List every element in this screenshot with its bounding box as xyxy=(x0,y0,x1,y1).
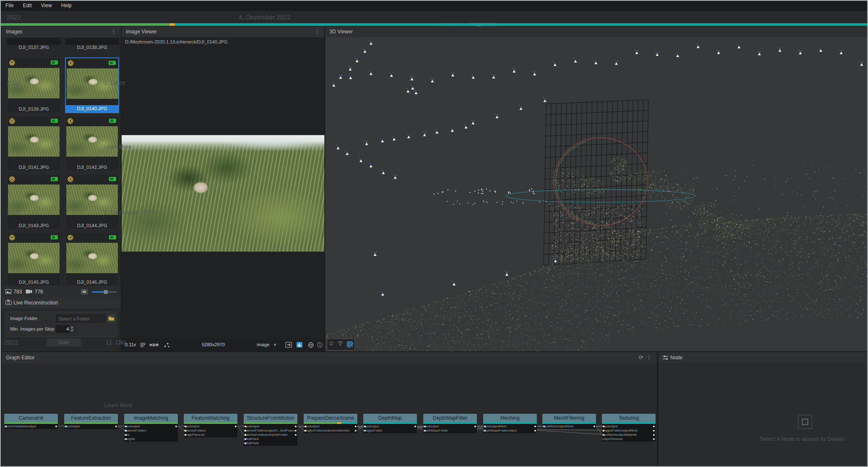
min-images-stepper[interactable]: 4 ▲ ▼ xyxy=(56,325,75,333)
input-connector[interactable] xyxy=(484,426,486,427)
input-connector[interactable] xyxy=(364,430,366,432)
output-connector[interactable] xyxy=(534,430,536,432)
histogram-icon[interactable] xyxy=(297,342,302,348)
output-connector[interactable] xyxy=(653,426,655,427)
output-connector[interactable] xyxy=(534,426,536,427)
refresh-icon[interactable]: ⟳ xyxy=(639,354,643,361)
graph-node-FeatureMatching[interactable]: FeatureMatchinginputoutputfeaturesFolder… xyxy=(184,414,237,437)
output-connector[interactable] xyxy=(653,430,655,432)
output-connector[interactable] xyxy=(593,426,595,427)
thumbnail-partial[interactable] xyxy=(65,38,119,45)
thumbnail-DJI_0144.JPG[interactable]: DJI_0144.JPG xyxy=(65,174,119,230)
output-connector[interactable] xyxy=(295,434,297,436)
spin-up-icon[interactable]: ▲ xyxy=(70,326,74,329)
hdr-toggle[interactable]: HDR xyxy=(150,343,159,347)
output-connector[interactable] xyxy=(653,438,655,440)
graph-node-StructureFromMotion[interactable]: StructureFromMotioninputoutputfeaturesFo… xyxy=(244,414,297,446)
input-connector[interactable] xyxy=(245,426,246,427)
thumbnail-size-slider[interactable] xyxy=(92,291,117,293)
thumbnail-DJI_0140.JPG[interactable]: DJI_0140.JPG xyxy=(65,57,119,113)
output-connector[interactable] xyxy=(55,426,57,427)
output-connector[interactable] xyxy=(474,426,476,427)
input-connector[interactable] xyxy=(364,426,366,427)
graph-node-FeatureExtraction[interactable]: FeatureExtractioninputoutput xyxy=(64,414,118,429)
slider-handle[interactable] xyxy=(104,290,108,294)
wireframe-mode-icon[interactable]: ▽ xyxy=(338,340,345,347)
menu-edit[interactable]: Edit xyxy=(18,1,36,10)
input-connector[interactable] xyxy=(185,426,186,427)
graph-menu-icon[interactable]: ⋮ xyxy=(646,354,652,361)
input-connector[interactable] xyxy=(305,426,306,427)
graph-node-ImageMatching[interactable]: ImageMatchinginputoutputfeaturesFolderst… xyxy=(124,414,178,442)
browse-folder-button[interactable] xyxy=(107,315,115,323)
output-connector[interactable] xyxy=(295,430,297,432)
output-connector[interactable] xyxy=(295,426,297,427)
thumbnail-DJI_0141.JPG[interactable]: DJI_0141.JPG xyxy=(7,116,61,171)
output-connector[interactable] xyxy=(355,430,356,432)
spin-down-icon[interactable]: ▼ xyxy=(70,329,74,332)
input-connector[interactable] xyxy=(5,426,7,427)
thumbnail-DJI_0139.JPG[interactable]: DJI_0139.JPG xyxy=(7,57,61,113)
input-connector[interactable] xyxy=(65,426,67,427)
thumbnail-partial[interactable] xyxy=(7,38,61,45)
correction-dots-icon[interactable] xyxy=(164,342,170,348)
input-connector[interactable] xyxy=(245,430,246,432)
thumbnail-DJI_0145.JPG[interactable]: DJI_0145.JPG xyxy=(7,232,61,286)
input-connector[interactable] xyxy=(245,443,246,444)
thumbnail-DJI_0146.JPG[interactable]: DJI_0146.JPG xyxy=(65,232,119,286)
output-connector[interactable] xyxy=(175,426,177,427)
image-folder-input[interactable]: Select a Folder xyxy=(56,315,106,323)
graph-node-PrepareDenseScene[interactable]: PrepareDenseSceneinputoutputimagesFolder… xyxy=(304,414,357,433)
input-connector[interactable] xyxy=(125,434,127,436)
live-reconstruction-header[interactable]: Live Reconstruction xyxy=(2,297,121,308)
live-reconstruction-start-button[interactable]: Start xyxy=(46,338,82,347)
input-connector[interactable] xyxy=(125,438,127,440)
textured-mode-icon[interactable] xyxy=(347,341,353,348)
chevron-down-icon[interactable]: ▾ xyxy=(274,342,276,348)
input-connector[interactable] xyxy=(125,426,127,427)
graph-node-Meshing[interactable]: MeshinginputoutputMeshdepthMapsFolderout… xyxy=(483,414,537,433)
graph-node-CameraInit[interactable]: CameraInitsensorDatabaseoutput xyxy=(4,414,58,429)
globe-icon[interactable] xyxy=(308,342,314,348)
viewer-3d-viewport[interactable] xyxy=(325,37,868,351)
output-connector[interactable] xyxy=(653,434,655,436)
graph-node-Texturing[interactable]: TexturinginputoutputimagesFolderoutputMe… xyxy=(602,414,656,442)
menu-help[interactable]: Help xyxy=(57,1,76,10)
input-connector[interactable] xyxy=(603,426,604,427)
input-connector[interactable] xyxy=(305,430,306,432)
graph-node-DepthMapFilter[interactable]: DepthMapFilterinputoutputdepthMapsFolder xyxy=(423,414,477,433)
input-connector[interactable] xyxy=(424,430,426,432)
input-connector[interactable] xyxy=(185,430,186,432)
input-connector[interactable] xyxy=(245,434,246,436)
bbox-mode-icon[interactable]: □ xyxy=(330,340,336,347)
output-connector[interactable] xyxy=(355,426,356,427)
input-connector[interactable] xyxy=(543,426,545,427)
export-icon[interactable] xyxy=(286,342,292,348)
info-icon[interactable]: ⓘ xyxy=(317,342,323,349)
menu-file[interactable]: File xyxy=(1,1,18,10)
input-connector[interactable] xyxy=(484,430,486,432)
images-menu-icon[interactable]: ⋮ xyxy=(111,28,117,35)
attribute-label: featuresFolders xyxy=(184,429,206,432)
thumbnail-DJI_0143.JPG[interactable]: DJI_0143.JPG xyxy=(7,174,61,230)
aerial-photo[interactable] xyxy=(122,135,324,252)
input-connector[interactable] xyxy=(603,434,604,436)
output-connector[interactable] xyxy=(414,426,416,427)
attribute-label: sensorDatabase xyxy=(4,424,27,428)
menu-view[interactable]: View xyxy=(36,1,57,10)
hatch-icon[interactable] xyxy=(140,342,146,348)
input-connector[interactable] xyxy=(424,426,426,427)
input-connector[interactable] xyxy=(245,438,246,440)
output-connector[interactable] xyxy=(115,426,117,427)
input-connector[interactable] xyxy=(125,430,127,432)
graph-node-DepthMap[interactable]: DepthMapinputoutputimagesFolder xyxy=(363,414,417,433)
channel-select[interactable]: image xyxy=(257,342,269,347)
video-camera-icon xyxy=(26,290,32,293)
input-connector[interactable] xyxy=(185,434,186,436)
output-connector[interactable] xyxy=(235,426,237,427)
graph-node-MeshFiltering[interactable]: MeshFilteringinputMeshoutputMesh xyxy=(542,414,596,429)
input-connector[interactable] xyxy=(603,430,604,432)
image-viewer-menu-icon[interactable]: ⋮ xyxy=(314,28,320,35)
thumbnail-DJI_0142.JPG[interactable]: DJI_0142.JPG xyxy=(65,116,119,171)
status-segment xyxy=(483,422,537,424)
